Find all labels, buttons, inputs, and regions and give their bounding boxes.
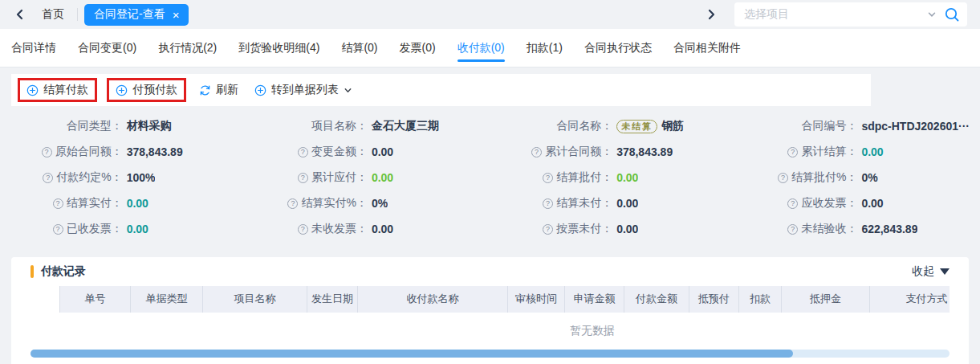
column-header[interactable]: 申请金额 [565,286,624,313]
field-label-text: 变更金额： [311,145,368,159]
tab-0[interactable]: 合同详情 [11,29,56,67]
home-tab[interactable]: 首页 [42,7,64,22]
tab-3[interactable]: 到货验收明细(4) [238,29,319,67]
field-label: ?已收发票： [0,222,123,236]
field-label: ?按票未付： [490,222,613,236]
help-icon[interactable]: ? [531,147,542,157]
field-value: 0.00 [123,223,148,235]
column-header[interactable]: 发生日期 [307,286,358,313]
tab-2[interactable]: 执行情况(2) [158,29,217,67]
field-value: 0.00 [368,145,393,158]
payment-records-card: 付款记录 收起 单号单据类型项目名称发生日期收付款名称审核时间申请金额付款金额抵… [11,257,969,364]
help-icon[interactable]: ? [543,198,553,209]
empty-state: 暂无数据 [30,313,950,350]
horizontal-scrollbar[interactable] [30,350,950,358]
field-label-text: 合同名称： [556,119,612,133]
field-value: 0% [368,197,388,210]
topbar: 首页 合同登记-查看 × 选择项目 [0,0,980,29]
tab-7[interactable]: 扣款(1) [527,29,563,67]
field-value: 0.00 [612,197,638,210]
column-header[interactable]: 抵押金 [782,286,870,313]
collapse-toggle[interactable]: 收起 [912,264,950,279]
field-label-text: 合同编号： [801,119,857,133]
red-annotation-box: 结算付款 [18,78,97,102]
tab-8[interactable]: 合同执行状态 [584,29,652,67]
field-value: 378,843.89 [123,145,183,158]
column-header[interactable]: 付款金额 [624,286,689,313]
help-icon[interactable]: ? [287,198,298,209]
help-icon[interactable]: ? [42,147,52,157]
project-select[interactable]: 选择项目 [734,2,967,27]
help-icon[interactable]: ? [787,147,798,157]
field-label-text: 项目名称： [311,119,368,133]
settle-payment-button[interactable]: 结算付款 [23,83,91,97]
column-header[interactable]: 扣款 [739,286,782,313]
field-label-text: 已收发票： [67,222,123,236]
help-icon[interactable]: ? [298,173,308,183]
column-header[interactable]: 项目名称 [203,286,307,313]
summary-field: ?结算实付%：0% [245,194,490,212]
field-value: 378,843.89 [612,145,673,158]
field-label: 合同名称： [490,119,613,133]
column-header[interactable]: 抵预付 [689,286,739,313]
field-label-text: 累计合同额： [545,145,612,159]
summary-field: ?应收发票：0.00 [735,194,980,212]
summary-field: ?结算批付：0.00 [490,169,735,186]
circle-plus-icon [26,84,39,96]
help-icon[interactable]: ? [53,198,63,209]
tab-6[interactable]: 收付款(0) [457,29,505,67]
search-icon[interactable] [944,6,960,22]
field-label: ?结算实付： [0,196,123,211]
field-label-text: 结算批付： [556,170,612,185]
field-value: 622,843.89 [857,223,917,235]
field-label-text: 合同类型： [67,119,123,133]
button-label: 刷新 [216,83,238,97]
column-header[interactable]: 支付方式 [870,286,950,313]
tab-1[interactable]: 合同变更(0) [78,29,136,67]
field-label-text: 未结验收： [801,222,857,236]
field-label-text: 结算实付： [67,196,123,211]
tab-4[interactable]: 结算(0) [341,29,377,67]
field-label: 合同编号： [735,119,858,133]
close-tab-icon[interactable]: × [173,9,180,21]
help-icon[interactable]: ? [43,173,53,183]
column-header[interactable]: 单号 [60,286,131,313]
field-value: 金石大厦三期 [368,119,439,133]
summary-field: ?结算实付：0.00 [0,194,245,212]
refresh-button[interactable]: 刷新 [196,83,242,97]
field-value: 0.00 [612,171,638,184]
tab-5[interactable]: 发票(0) [400,29,436,67]
help-icon[interactable]: ? [543,224,553,235]
summary-field: ?结算批付%：0% [735,169,980,186]
scrollbar-thumb[interactable] [30,350,793,358]
help-icon[interactable]: ? [53,224,63,235]
triangle-down-icon [940,268,950,275]
chevron-down-icon[interactable] [927,10,937,19]
column-header[interactable]: 单据类型 [131,286,203,313]
field-label: ?累计合同额： [490,145,613,159]
empty-state-text: 暂无数据 [570,324,615,338]
contract-summary-grid: 合同类型：材料采购项目名称：金石大厦三期合同名称：未结算钢筋合同编号：sdpc-… [0,106,980,251]
active-doc-tab[interactable]: 合同登记-查看 × [84,4,189,26]
help-icon[interactable]: ? [787,198,798,209]
goto-document-list-button[interactable]: 转到单据列表 [251,83,356,97]
field-label: 合同类型： [0,119,123,133]
chevron-right-icon[interactable] [706,9,717,20]
chevron-left-icon[interactable] [14,9,26,20]
column-header[interactable]: 收付款名称 [358,286,508,313]
tab-9[interactable]: 合同相关附件 [673,29,741,67]
help-icon[interactable]: ? [298,147,308,157]
summary-field: ?累计应付：0.00 [245,169,490,186]
status-badge: 未结算 [616,120,657,133]
field-value: 0.00 [123,197,148,210]
button-label: 转到单据列表 [271,83,339,97]
help-icon[interactable]: ? [787,224,798,235]
help-icon[interactable]: ? [778,173,788,183]
field-label-text: 未收发票： [311,222,368,236]
field-value: 0.00 [612,223,638,235]
prepay-button[interactable]: 付预付款 [112,83,181,97]
help-icon[interactable]: ? [298,224,308,235]
column-header[interactable]: 审核时间 [508,286,565,313]
field-label: ?未结验收： [735,222,858,236]
help-icon[interactable]: ? [543,173,553,183]
